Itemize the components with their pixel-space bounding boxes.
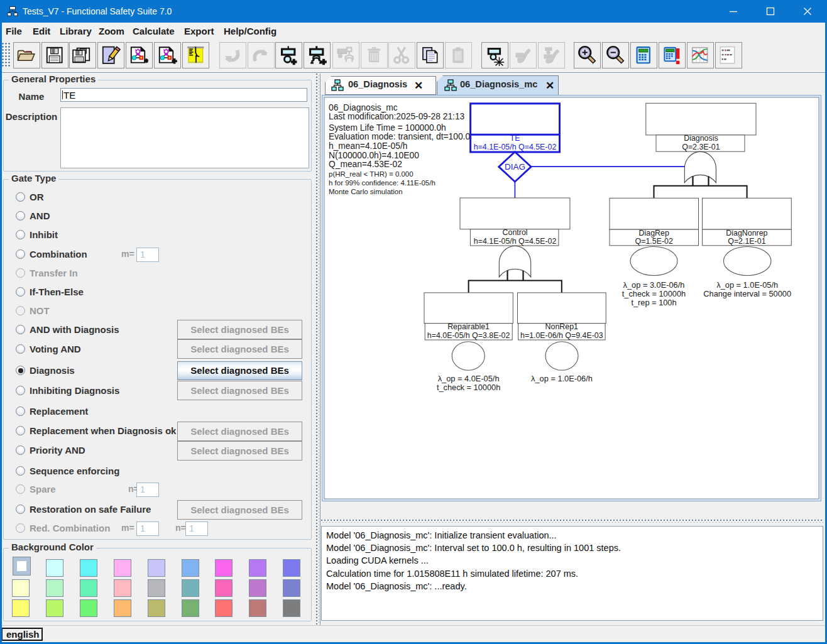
svg-text:06_Diagnosis_mc: 06_Diagnosis_mc — [329, 103, 398, 112]
svg-text:t_check = 10000h: t_check = 10000h — [622, 289, 686, 298]
svg-text:h=4.1E-05/h Q=4.5E-02: h=4.1E-05/h Q=4.5E-02 — [474, 237, 557, 246]
svg-text:h=4.1E-05/h Q=4.5E-02: h=4.1E-05/h Q=4.5E-02 — [474, 143, 557, 151]
svg-text:λ_op = 1.0E-06/h: λ_op = 1.0E-06/h — [531, 374, 593, 383]
svg-text:λ_op = 1.0E-05/h: λ_op = 1.0E-05/h — [716, 280, 778, 290]
svg-text:Q_mean=4.53E-02: Q_mean=4.53E-02 — [329, 160, 402, 169]
svg-text:DIAG: DIAG — [505, 162, 525, 172]
svg-text:System Life Time = 100000.0h: System Life Time = 100000.0h — [329, 123, 446, 133]
svg-text:h for 99% confidence: 4.11E-05: h for 99% confidence: 4.11E-05/h — [329, 179, 435, 187]
svg-text:h=1.0E-06/h Q=9.4E-03: h=1.0E-06/h Q=9.4E-03 — [520, 331, 603, 340]
svg-text:Q=2.1E-01: Q=2.1E-01 — [728, 237, 765, 246]
svg-text:t_rep = 100h: t_rep = 100h — [631, 298, 676, 307]
svg-text:Repairable1: Repairable1 — [447, 322, 490, 331]
svg-text:λ_op = 4.0E-05/h: λ_op = 4.0E-05/h — [438, 374, 500, 383]
svg-text:h_mean=4.10E-05/h: h_mean=4.10E-05/h — [329, 141, 407, 151]
svg-text:Monte Carlo simulation: Monte Carlo simulation — [329, 188, 403, 195]
svg-text:DiagRep: DiagRep — [639, 229, 669, 237]
svg-text:N(100000.0h)=4.10E00: N(100000.0h)=4.10E00 — [329, 151, 419, 160]
svg-text:λ_op = 3.0E-06/h: λ_op = 3.0E-06/h — [623, 280, 685, 290]
svg-text:Q=1.5E-02: Q=1.5E-02 — [635, 237, 673, 246]
svg-text:TE: TE — [510, 134, 520, 143]
svg-text:Control: Control — [503, 228, 528, 237]
svg-text:Evaluation mode: transient, dt: Evaluation mode: transient, dt=100.0h — [329, 132, 475, 141]
svg-text:NonRep1: NonRep1 — [545, 322, 578, 331]
svg-text:t_check = 10000h: t_check = 10000h — [437, 383, 500, 392]
svg-text:Last modification:2025-09-28 2: Last modification:2025-09-28 21:13 — [329, 112, 465, 121]
svg-text:Change interval = 50000: Change interval = 50000 — [703, 289, 791, 298]
svg-text:DiagNonrep: DiagNonrep — [726, 229, 767, 237]
svg-text:h=4.0E-05/h Q=3.8E-02: h=4.0E-05/h Q=3.8E-02 — [427, 331, 510, 340]
svg-text:Q=2.3E-01: Q=2.3E-01 — [682, 143, 720, 151]
svg-text:Diagnosis: Diagnosis — [684, 134, 718, 143]
svg-text:p(HR_real < THR) = 0.000: p(HR_real < THR) = 0.000 — [329, 170, 414, 178]
